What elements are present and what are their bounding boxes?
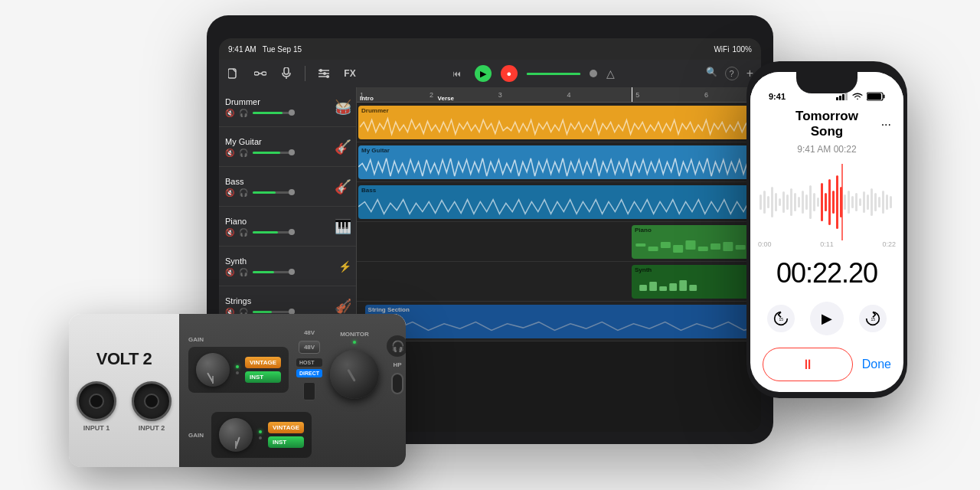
mixer-icon[interactable] xyxy=(316,68,332,79)
play-pause-button[interactable]: ▶ xyxy=(810,302,844,335)
monitor-knob[interactable] xyxy=(330,350,379,399)
svg-rect-36 xyxy=(767,196,769,208)
region-label-synth: Synth xyxy=(635,266,652,273)
svg-rect-18 xyxy=(710,243,720,250)
svg-rect-22 xyxy=(649,282,657,291)
help-icon[interactable]: ? xyxy=(725,67,739,80)
region-piano[interactable]: Piano xyxy=(632,225,760,259)
svg-rect-39 xyxy=(779,198,781,206)
more-icon[interactable]: ··· xyxy=(874,118,891,132)
headphone-icon-guitar[interactable]: 🎧 xyxy=(239,149,248,157)
svg-rect-54 xyxy=(836,175,838,229)
mute-icon-synth[interactable]: 🔇 xyxy=(225,268,234,276)
region-bass[interactable]: Bass xyxy=(358,185,760,219)
channel-2: VINTAGE INST xyxy=(211,412,312,458)
metronome-icon[interactable]: △ xyxy=(606,67,615,80)
volt2-inputs: INPUT 1 INPUT 2 xyxy=(77,381,172,432)
track-synth[interactable]: Synth 🔇 🎧 ⚡ xyxy=(219,247,356,286)
vintage-button-1[interactable]: VINTAGE xyxy=(245,357,281,368)
headphone-icon-bass[interactable]: 🎧 xyxy=(239,188,248,197)
clip-led-2 xyxy=(259,436,262,439)
waveform-timeline: 0:00 0:11 0:22 xyxy=(758,240,896,248)
track-bass[interactable]: Bass 🔇 🎧 🎸 xyxy=(219,167,356,207)
ipad-wifi-icon: WiFi xyxy=(714,45,729,54)
region-drummer[interactable]: Drummer xyxy=(358,106,760,139)
inst-button-2[interactable]: INST xyxy=(268,436,304,448)
svg-rect-41 xyxy=(786,194,789,210)
input1-xlr-circle xyxy=(77,381,116,421)
headphone-icon-piano[interactable]: 🎧 xyxy=(239,228,248,237)
fx-icon[interactable]: FX xyxy=(342,68,358,79)
lane-piano: Piano xyxy=(357,222,761,262)
mute-icon-drummer[interactable]: 🔇 xyxy=(225,109,234,117)
host-direct-selector[interactable]: HOST DIRECT xyxy=(296,358,322,377)
gain-knob-2[interactable] xyxy=(219,418,253,452)
waveform-display xyxy=(758,164,896,240)
vintage-button-2[interactable]: VINTAGE xyxy=(268,422,304,433)
arrange-area[interactable]: 1 2 3 4 5 6 Intro Verse xyxy=(357,87,761,432)
inst-button-1[interactable]: INST xyxy=(245,371,281,383)
mute-icon-guitar[interactable]: 🔇 xyxy=(225,149,234,157)
ipad-battery: 100% xyxy=(732,45,752,54)
headphone-icon-drummer[interactable]: 🎧 xyxy=(239,109,248,117)
loop-indicator xyxy=(590,70,597,77)
track-piano[interactable]: Piano 🔇 🎧 🎹 xyxy=(219,207,356,247)
mic-icon[interactable] xyxy=(279,68,294,79)
search-icon[interactable]: 🔍 xyxy=(706,67,717,80)
synth-instrument-icon: ⚡ xyxy=(338,260,351,273)
48v-button[interactable]: 48V xyxy=(299,341,320,354)
svg-rect-64 xyxy=(874,193,877,211)
svg-rect-32 xyxy=(867,93,881,100)
mute-icon-piano[interactable]: 🔇 xyxy=(225,228,234,237)
volume-slider[interactable] xyxy=(527,73,580,75)
svg-rect-53 xyxy=(832,191,835,214)
vm-controls: 15 ▶ 15 xyxy=(767,302,887,335)
ipad-toolbar: FX ⏮ ▶ ● △ 🔍 ? + xyxy=(219,60,761,87)
monitor-led xyxy=(353,341,356,344)
strings-instrument-icon: 🎻 xyxy=(335,298,351,315)
track-guitar[interactable]: My Guitar 🔇 🎧 🎸 xyxy=(219,127,356,167)
svg-rect-43 xyxy=(794,193,796,211)
svg-rect-28 xyxy=(839,96,841,100)
host-label[interactable]: HOST xyxy=(296,358,322,367)
rewind-15-button[interactable]: 15 xyxy=(767,305,795,332)
input1-label: INPUT 1 xyxy=(83,424,110,432)
input2-label: INPUT 2 xyxy=(139,424,165,432)
toolbar-right-icons: 🔍 ? + xyxy=(706,67,753,80)
ruler-mark-4: 4 xyxy=(567,91,571,99)
region-synth[interactable]: Synth xyxy=(632,265,760,299)
gain-label-1: GAIN xyxy=(188,336,289,343)
svg-rect-52 xyxy=(828,179,831,225)
play-button[interactable]: ▶ xyxy=(475,65,492,82)
forward-15-button[interactable]: 15 xyxy=(859,305,887,332)
svg-rect-51 xyxy=(825,193,827,211)
svg-rect-59 xyxy=(855,193,858,211)
gain-knob-1[interactable] xyxy=(196,353,230,387)
record-pause-button[interactable]: ⏸ xyxy=(763,348,853,381)
track-drummer[interactable]: Drummer 🔇 🎧 🥁 xyxy=(219,87,356,127)
voice-memo-title: Tomorrow Song xyxy=(780,109,874,139)
mute-icon-bass[interactable]: 🔇 xyxy=(225,188,234,197)
ruler-mark-3: 3 xyxy=(498,91,502,99)
region-label-piano: Piano xyxy=(635,227,652,234)
svg-rect-24 xyxy=(669,283,677,291)
svg-rect-12 xyxy=(635,243,645,247)
drummer-instrument-icon: 🥁 xyxy=(335,99,351,116)
rewind-button[interactable]: ⏮ xyxy=(449,65,466,82)
link-icon[interactable] xyxy=(253,68,268,79)
lane-synth: Synth xyxy=(357,262,761,302)
time-end: 0:22 xyxy=(882,240,896,248)
done-button[interactable]: Done xyxy=(862,358,891,371)
svg-point-9 xyxy=(319,69,322,72)
file-icon[interactable] xyxy=(227,68,242,79)
record-button[interactable]: ● xyxy=(501,65,518,82)
wifi-icon xyxy=(851,93,864,100)
svg-rect-40 xyxy=(782,191,785,213)
lane-bass: Bass xyxy=(357,182,761,222)
hp-jack xyxy=(391,373,403,394)
direct-label[interactable]: DIRECT xyxy=(296,369,322,377)
region-guitar[interactable]: My Guitar xyxy=(358,145,760,179)
headphone-icon-synth[interactable]: 🎧 xyxy=(239,268,248,276)
region-strings[interactable]: String Section xyxy=(365,305,760,338)
iphone-device: 9:41 Tomorrow Song ··· 9:41 AM 00:22 xyxy=(746,61,907,398)
